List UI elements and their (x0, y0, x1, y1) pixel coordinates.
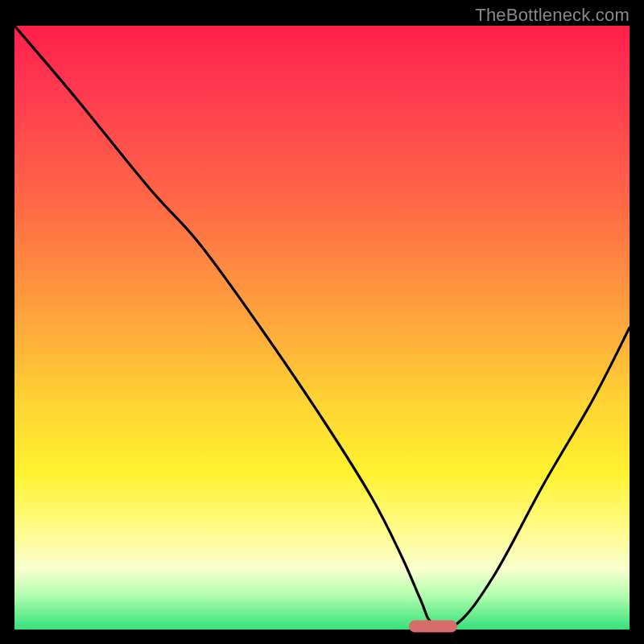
chart-frame: TheBottleneck.com (0, 0, 644, 644)
plot-area (14, 26, 630, 630)
curve-path (14, 26, 630, 629)
bottleneck-curve (14, 26, 630, 630)
watermark-text: TheBottleneck.com (475, 5, 630, 26)
bottleneck-marker (409, 621, 457, 633)
